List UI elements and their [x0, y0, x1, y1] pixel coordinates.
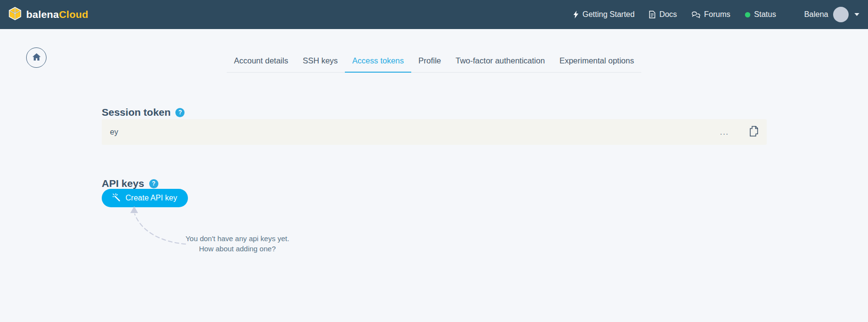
magic-wand-icon — [112, 193, 121, 203]
document-icon — [649, 11, 655, 18]
status-dot-icon — [745, 12, 750, 17]
tab-access-tokens[interactable]: Access tokens — [345, 52, 411, 73]
token-truncation-ellipsis: ... — [720, 128, 729, 136]
empty-state-line2: How about adding one? — [160, 244, 315, 254]
tab-account-details[interactable]: Account details — [227, 52, 295, 72]
copy-button[interactable] — [749, 126, 759, 138]
empty-state-line1: You don't have any api keys yet. — [160, 233, 315, 244]
create-api-key-button[interactable]: Create API key — [102, 189, 188, 207]
nav-docs[interactable]: Docs — [649, 10, 677, 19]
api-keys-title: API keys — [102, 178, 144, 189]
nav-getting-started[interactable]: Getting Started — [573, 10, 635, 19]
top-navbar: balenaCloud Getting Started Docs — [0, 0, 868, 29]
session-token-value: ey — [110, 128, 118, 137]
nav-status[interactable]: Status — [745, 10, 776, 19]
nav-forums[interactable]: Forums — [692, 10, 730, 19]
user-menu[interactable]: Balena — [804, 7, 859, 22]
avatar — [833, 7, 849, 22]
help-icon[interactable]: ? — [175, 108, 185, 117]
lightning-icon — [573, 11, 579, 18]
settings-tab-bar: Account details SSH keys Access tokens P… — [0, 52, 868, 73]
copy-icon — [749, 126, 759, 138]
api-keys-heading: API keys ? — [102, 178, 158, 189]
chat-bubbles-icon — [692, 11, 700, 18]
session-token-field: ey ... — [102, 119, 767, 145]
session-token-heading: Session token ? — [102, 107, 185, 118]
navbar-links: Getting Started Docs Forums Status — [558, 7, 860, 22]
tab-two-factor-authentication[interactable]: Two-factor authentication — [449, 52, 552, 72]
session-token-title: Session token — [102, 107, 170, 118]
help-icon[interactable]: ? — [149, 179, 158, 188]
create-api-key-label: Create API key — [125, 194, 177, 202]
balena-cloud-logo[interactable]: balenaCloud — [9, 7, 88, 22]
chevron-down-icon — [854, 13, 859, 16]
tab-profile[interactable]: Profile — [411, 52, 449, 72]
user-name: Balena — [804, 10, 828, 19]
logo-wordmark: balenaCloud — [26, 9, 88, 20]
empty-state-message: You don't have any api keys yet. How abo… — [160, 233, 315, 254]
tab-experimental-options[interactable]: Experimental options — [552, 52, 641, 72]
tab-ssh-keys[interactable]: SSH keys — [295, 52, 345, 72]
balena-cube-icon — [9, 7, 21, 22]
